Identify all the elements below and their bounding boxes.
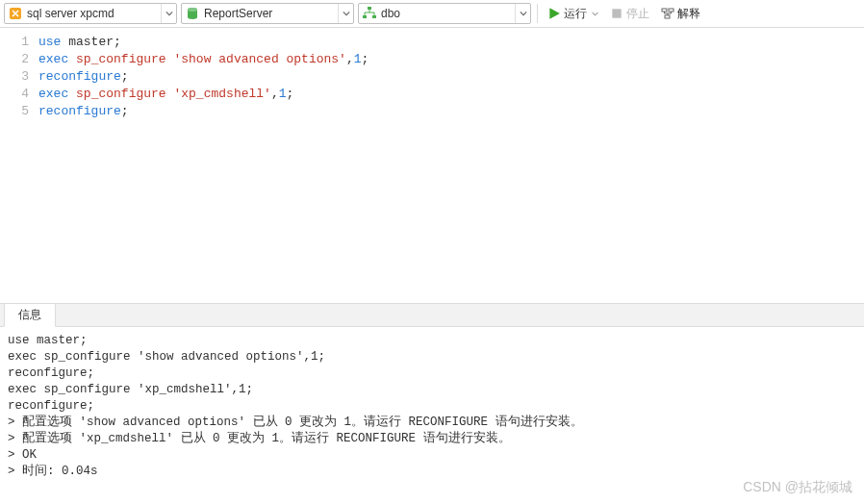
messages-area[interactable]: use master;exec sp_configure 'show advan…	[0, 327, 864, 504]
message-line: > OK	[8, 447, 856, 464]
schema-icon	[362, 6, 377, 21]
play-icon	[547, 7, 561, 20]
message-line: > 配置选项 'show advanced options' 已从 0 更改为 …	[8, 415, 856, 431]
chevron-down-icon	[338, 4, 353, 23]
message-line: reconfigure;	[8, 365, 856, 382]
line-gutter: 12345	[0, 34, 38, 303]
explain-icon	[661, 7, 674, 20]
panel-tabs: 信息	[0, 304, 864, 327]
message-line: exec sp_configure 'xp_cmdshell',1;	[8, 382, 856, 398]
line-number: 5	[0, 103, 29, 120]
message-line: > 配置选项 'xp_cmdshell' 已从 0 更改为 1。请运行 RECO…	[8, 431, 856, 447]
line-number: 1	[0, 34, 29, 51]
code-line[interactable]: reconfigure;	[38, 68, 864, 86]
chevron-down-icon[interactable]	[592, 7, 598, 20]
run-button[interactable]: 运行	[544, 3, 602, 24]
code-editor[interactable]: 12345 use master;exec sp_configure 'show…	[0, 28, 864, 303]
svg-rect-7	[662, 9, 667, 12]
line-number: 3	[0, 68, 29, 86]
code-line[interactable]: use master;	[38, 34, 864, 51]
chevron-down-icon	[161, 4, 176, 23]
code-line[interactable]: reconfigure;	[38, 103, 864, 120]
message-line: use master;	[8, 333, 856, 349]
message-line: reconfigure;	[8, 398, 856, 415]
message-line: > 时间: 0.04s	[8, 464, 856, 480]
code-line[interactable]: exec sp_configure 'show advanced options…	[38, 51, 864, 68]
stop-label: 停止	[626, 6, 649, 22]
stop-button[interactable]: 停止	[606, 3, 653, 24]
explain-label: 解释	[677, 6, 700, 22]
message-line: exec sp_configure 'show advanced options…	[8, 349, 856, 365]
run-label: 运行	[564, 6, 587, 22]
svg-rect-8	[669, 9, 673, 12]
connection-dropdown[interactable]: sql server xpcmd	[4, 3, 177, 24]
output-panel: 信息 use master;exec sp_configure 'show ad…	[0, 303, 864, 504]
code-area[interactable]: use master;exec sp_configure 'show advan…	[38, 34, 864, 303]
toolbar: sql server xpcmd ReportServer dbo 运行	[0, 0, 864, 28]
explain-button[interactable]: 解释	[657, 3, 704, 24]
svg-rect-6	[612, 9, 621, 17]
svg-rect-9	[665, 15, 670, 18]
separator	[537, 4, 538, 23]
line-number: 4	[0, 86, 29, 103]
stop-icon	[610, 7, 623, 20]
svg-rect-3	[368, 7, 371, 10]
schema-label: dbo	[377, 7, 406, 20]
plug-icon	[8, 6, 23, 21]
code-line[interactable]: exec sp_configure 'xp_cmdshell',1;	[38, 86, 864, 103]
database-icon	[185, 6, 200, 21]
chevron-down-icon	[515, 4, 530, 23]
tab-info[interactable]: 信息	[4, 303, 56, 327]
svg-rect-4	[363, 15, 367, 18]
schema-dropdown[interactable]: dbo	[358, 3, 531, 24]
svg-point-2	[188, 8, 197, 12]
connection-label: sql server xpcmd	[23, 7, 120, 20]
tab-info-label: 信息	[18, 308, 41, 321]
database-dropdown[interactable]: ReportServer	[181, 3, 354, 24]
line-number: 2	[0, 51, 29, 68]
database-label: ReportServer	[200, 7, 278, 20]
svg-rect-5	[372, 15, 376, 18]
